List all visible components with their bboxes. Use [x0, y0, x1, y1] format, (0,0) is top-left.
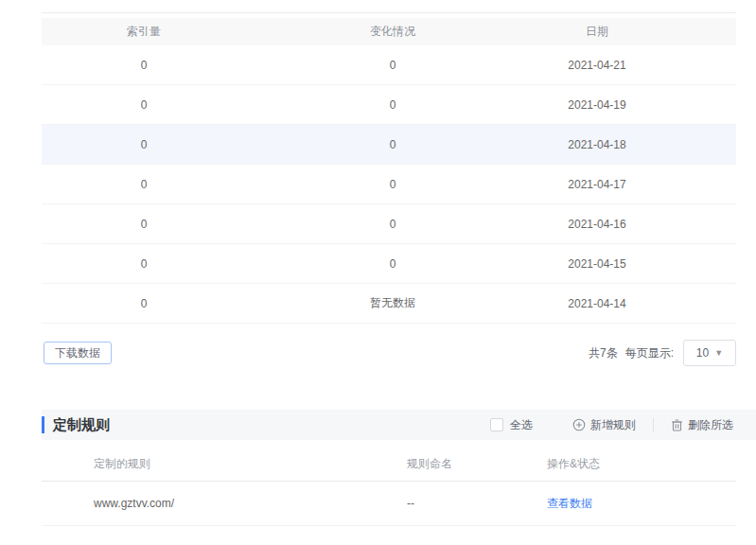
rule-name-cell: -- — [407, 497, 547, 510]
select-all-control[interactable]: 全选 — [490, 417, 533, 433]
column-header-index: 索引量 — [42, 24, 246, 40]
index-cell: 0 — [42, 98, 246, 112]
top-divider — [42, 12, 736, 13]
select-all-checkbox[interactable] — [490, 418, 503, 431]
column-header-date: 日期 — [539, 24, 736, 40]
change-cell: 0 — [246, 178, 539, 191]
section-actions: 全选 新增规则 删除所选 — [490, 417, 733, 433]
select-all-label: 全选 — [510, 417, 533, 433]
download-data-button[interactable]: 下载数据 — [44, 342, 112, 364]
change-cell: 0 — [246, 59, 539, 72]
add-rule-button[interactable]: 新增规则 — [572, 417, 636, 433]
pagination: 共7条 每页显示: 10 ▼ — [589, 340, 736, 366]
index-cell: 0 — [42, 178, 246, 191]
date-cell: 2021-04-17 — [539, 178, 736, 191]
index-table: 索引量 变化情况 日期 0 0 2021-04-21 0 0 2021-04-1… — [42, 18, 736, 324]
index-cell: 0 — [42, 257, 246, 271]
rules-table: 定制的规则 规则命名 操作&状态 www.gztvv.com/ -- 查看数据 — [42, 448, 736, 526]
index-cell: 0 — [42, 297, 246, 310]
view-data-link[interactable]: 查看数据 — [547, 497, 592, 510]
column-header-rule: 定制的规则 — [42, 456, 407, 472]
table-row-highlighted: 0 0 2021-04-18 — [42, 125, 736, 165]
date-cell: 2021-04-19 — [539, 98, 736, 112]
custom-rules-panel: 定制的规则 规则命名 操作&状态 www.gztvv.com/ -- 查看数据 — [42, 448, 736, 526]
per-page-label: 每页显示: — [625, 345, 674, 361]
date-cell: 2021-04-15 — [539, 257, 736, 271]
table-footer: 下载数据 共7条 每页显示: 10 ▼ — [42, 340, 736, 366]
date-cell: 2021-04-21 — [539, 59, 736, 72]
section-accent-bar — [42, 416, 44, 433]
per-page-value: 10 — [696, 346, 709, 360]
rules-table-row: www.gztvv.com/ -- 查看数据 — [42, 482, 736, 526]
index-cell: 0 — [42, 218, 246, 231]
rules-table-header: 定制的规则 规则命名 操作&状态 — [42, 448, 736, 482]
delete-selected-label: 删除所选 — [688, 417, 733, 433]
change-cell: 0 — [246, 218, 539, 231]
table-row: 0 0 2021-04-16 — [42, 204, 736, 244]
rule-action-cell: 查看数据 — [547, 496, 736, 512]
per-page-select[interactable]: 10 ▼ — [683, 340, 736, 366]
index-data-panel: 索引量 变化情况 日期 0 0 2021-04-21 0 0 2021-04-1… — [42, 12, 736, 366]
delete-selected-button[interactable]: 删除所选 — [671, 417, 733, 433]
table-row: 0 0 2021-04-17 — [42, 165, 736, 204]
column-header-action-status: 操作&状态 — [547, 456, 736, 472]
index-table-header: 索引量 变化情况 日期 — [42, 18, 736, 45]
table-row: 0 暂无数据 2021-04-14 — [42, 284, 736, 324]
caret-down-icon: ▼ — [714, 349, 723, 358]
change-cell: 暂无数据 — [246, 295, 539, 311]
date-cell: 2021-04-14 — [539, 297, 736, 310]
actions-divider — [653, 418, 654, 431]
trash-icon — [671, 418, 683, 431]
column-header-change: 变化情况 — [246, 24, 539, 40]
circle-plus-icon — [572, 418, 586, 431]
change-cell: 0 — [246, 98, 539, 112]
index-cell: 0 — [42, 59, 246, 72]
table-row: 0 0 2021-04-15 — [42, 244, 736, 284]
add-rule-label: 新增规则 — [590, 417, 636, 433]
table-row: 0 0 2021-04-19 — [42, 85, 736, 125]
rule-url-cell: www.gztvv.com/ — [42, 497, 407, 510]
change-cell: 0 — [246, 138, 539, 151]
index-cell: 0 — [42, 138, 246, 151]
date-cell: 2021-04-18 — [539, 138, 736, 151]
section-title: 定制规则 — [53, 416, 110, 434]
custom-rules-section-header: 定制规则 全选 新增规则 删除所选 — [42, 410, 756, 440]
change-cell: 0 — [246, 257, 539, 271]
table-row: 0 0 2021-04-21 — [42, 45, 736, 85]
date-cell: 2021-04-16 — [539, 218, 736, 231]
column-header-rule-name: 规则命名 — [407, 456, 547, 472]
total-count-label: 共7条 — [589, 345, 618, 361]
